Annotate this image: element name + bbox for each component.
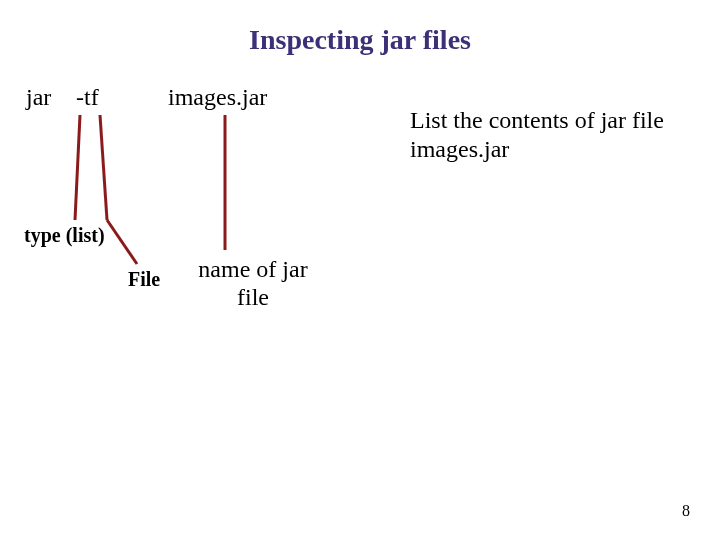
label-name: name of jar file — [198, 256, 308, 311]
slide: Inspecting jar files jar -tf images.jar … — [0, 0, 720, 540]
line-to-type — [75, 115, 80, 220]
label-file: File — [128, 268, 160, 291]
command-filename: images.jar — [168, 84, 267, 111]
line-to-file-b — [107, 220, 137, 264]
line-to-file-a — [100, 115, 107, 220]
command-jar: jar — [26, 84, 51, 111]
description-text: List the contents of jar file images.jar — [410, 106, 680, 164]
connector-lines — [0, 0, 720, 540]
slide-title: Inspecting jar files — [0, 24, 720, 56]
page-number: 8 — [682, 502, 690, 520]
label-type: type (list) — [24, 224, 105, 247]
command-flags: -tf — [76, 84, 99, 111]
